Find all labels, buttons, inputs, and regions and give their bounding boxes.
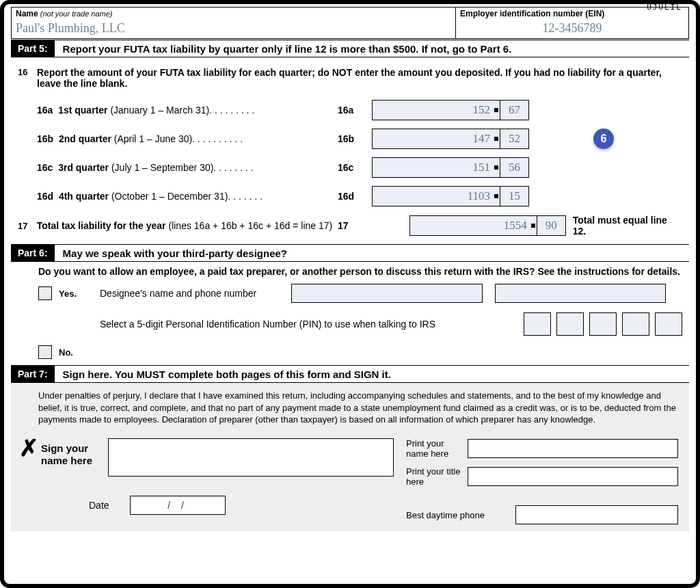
code-16c: 16c [37,162,53,173]
label-16c: 3rd quarter [58,162,109,173]
code-16d: 16d [37,191,53,202]
pin-digit-5[interactable] [655,312,682,336]
dots-16c: . . . . . . . . [213,162,253,173]
pin-digit-3[interactable] [589,312,617,336]
dot-icon [494,165,498,170]
row-17: 17 Total tax liability for the year (lin… [18,215,682,237]
part6-title: May we speak with your third-party desig… [55,248,287,259]
print-title-label: Print your title here [406,466,468,487]
whole-16c: 151 [452,161,493,174]
row-16a: 16a 1st quarter (January 1 – March 31) .… [18,100,682,120]
part7-bar: Part 7: Sign here. You MUST complete bot… [11,365,689,383]
period-16a: (January 1 – March 31) [110,105,209,116]
part5-title: Report your FUTA tax liability by quarte… [55,43,512,55]
sign-left: ✗ Sign your name here Date / / [38,438,394,524]
part7-body: Under penalties of perjury, I declare th… [11,383,689,531]
amount-16c[interactable]: 151 56 [372,157,529,178]
sign-grid: ✗ Sign your name here Date / / Print you… [38,438,678,524]
form-page: UJULIL Name (not your trade name) Paul's… [0,0,700,588]
designee-phone-input[interactable] [495,284,666,303]
print-title-input[interactable] [468,467,678,486]
row-16c: 16c 3rd quarter (July 1 – September 30) … [18,157,682,178]
dots-16d: . . . . . . . [228,191,262,202]
whole-16d: 1103 [452,189,493,203]
colcode-16c: 16c [338,162,372,173]
header-row: Name (not your trade name) Paul's Plumbi… [11,7,689,39]
colcode-16a: 16a [338,105,372,116]
part6-body: Do you want to allow an employee, a paid… [11,262,689,364]
pin-text: Select a 5-digit Personal Identification… [100,319,524,330]
whole-16a: 152 [452,103,493,117]
date-label: Date [89,500,130,511]
line17-note: Total must equal line 12. [573,215,682,237]
sign-label: Sign your name here [41,438,108,467]
name-sublabel: (not your trade name) [38,10,113,18]
no-label: No. [59,347,100,358]
cents-16a: 67 [500,101,528,120]
dots-16a: . . . . . . . . . [209,105,254,116]
colcode-16d: 16d [338,191,372,202]
pin-digit-1[interactable] [524,312,551,336]
part6-question: Do you want to allow an employee, a paid… [38,266,682,277]
period-16b: (April 1 – June 30) [114,133,192,144]
label-16d: 4th quarter [59,191,109,202]
cents-16c: 56 [500,158,528,177]
sign-right: Print your name here Print your title he… [406,438,678,524]
signature-input[interactable] [108,438,394,477]
row-16b: 16b 2nd quarter (April 1 – June 30) . . … [18,129,682,149]
ein-value[interactable]: 12-3456789 [460,18,684,36]
line16-text: Report the amount of your FUTA tax liabi… [37,67,682,89]
checkbox-no[interactable] [38,345,52,359]
cents-17: 90 [537,216,565,235]
ein-cell: Employer identification number (EIN) 12-… [456,8,688,38]
print-name-input[interactable] [468,439,678,458]
date-input[interactable]: / / [130,496,226,515]
print-name-label: Print your name here [406,438,468,459]
yes-row: Yes. Designee's name and phone number [38,284,682,303]
amount-16d[interactable]: 1103 15 [372,186,529,206]
dot-icon [494,108,498,112]
designee-name-input[interactable] [291,284,483,303]
amount-16a[interactable]: 152 67 [372,100,529,120]
pin-digit-4[interactable] [622,312,649,336]
part5-bar: Part 5: Report your FUTA tax liability b… [11,40,689,57]
line17-bold: Total tax liability for the year [37,220,166,231]
checkbox-yes[interactable] [38,286,52,300]
dot-icon [494,137,498,141]
perjury-text: Under penalties of perjury, I declare th… [38,390,678,426]
part7-tab: Part 7: [11,366,55,382]
whole-16b: 147 [452,132,493,146]
pin-digit-2[interactable] [556,312,584,336]
period-16d: (October 1 – December 31) [111,191,228,202]
yes-label: Yes. [59,289,100,299]
amount-17[interactable]: 1554 90 [409,215,565,236]
no-row: No. [38,345,682,359]
x-mark-icon: ✗ [19,438,38,459]
part6-tab: Part 6: [11,245,55,261]
label-16a: 1st quarter [58,105,107,116]
code-16a: 16a [37,105,53,116]
period-16c: (July 1 – September 30) [111,162,213,173]
line17-rest: (lines 16a + 16b + 16c + 16d = line 17) [166,220,333,231]
line17-code: 17 [338,220,349,231]
pin-boxes [524,312,682,336]
dot-icon [531,224,535,228]
designee-label: Designee's name and phone number [100,288,291,299]
name-cell: Name (not your trade name) Paul's Plumbi… [12,8,456,38]
part6-bar: Part 6: May we speak with your third-par… [11,244,689,262]
line16-num: 16 [18,67,37,89]
cents-16d: 15 [500,187,528,206]
name-label: Name [16,9,38,18]
dot-icon [494,194,498,198]
phone-input[interactable] [515,505,678,524]
part7-title: Sign here. You MUST complete both pages … [55,369,391,380]
dots-16b: . . . . . . . . . . [192,133,243,144]
amount-16b[interactable]: 147 52 [372,129,529,149]
annotation-badge-6: 6 [593,129,614,149]
whole-17: 1554 [489,219,530,232]
name-value[interactable]: Paul's Plumbing, LLC [16,18,451,36]
part5-tab: Part 5: [11,40,55,57]
page-fragment: UJULIL [647,3,682,12]
cents-16b: 52 [500,129,528,148]
pin-row: Select a 5-digit Personal Identification… [38,312,682,336]
